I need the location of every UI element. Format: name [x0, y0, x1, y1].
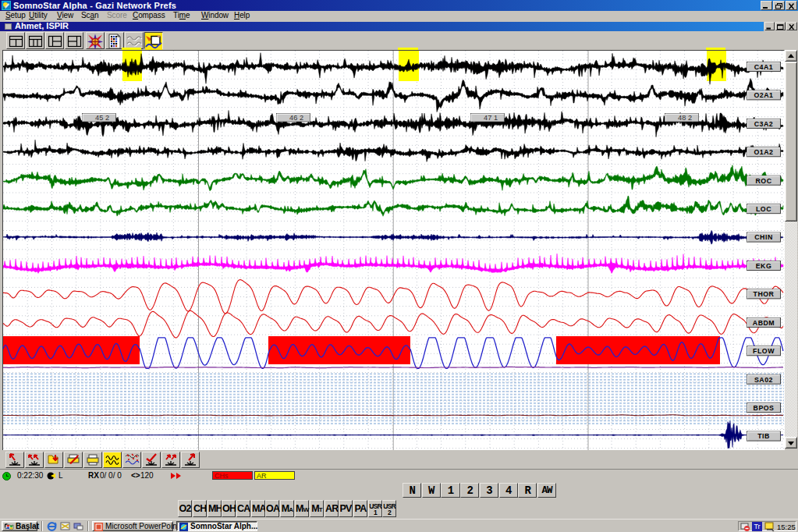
- svg-text:LOC: LOC: [756, 205, 771, 213]
- svg-text:ABDM: ABDM: [753, 319, 775, 327]
- svg-text:48 2: 48 2: [678, 114, 692, 122]
- svg-text:C4A1: C4A1: [754, 63, 774, 71]
- svg-text:O2A1: O2A1: [754, 91, 774, 99]
- svg-text:47 1: 47 1: [484, 114, 498, 122]
- svg-text:TIB: TIB: [757, 432, 770, 440]
- svg-text:EKG: EKG: [756, 262, 772, 270]
- svg-text:THOR: THOR: [754, 290, 775, 298]
- svg-text:46 2: 46 2: [289, 114, 303, 122]
- svg-text:BPOS: BPOS: [754, 404, 775, 412]
- svg-text:FLOW: FLOW: [753, 347, 775, 355]
- svg-text:45 2: 45 2: [95, 114, 109, 122]
- svg-text:CHIN: CHIN: [754, 233, 773, 241]
- svg-text:ROC: ROC: [755, 177, 771, 185]
- svg-text:C3A2: C3A2: [754, 120, 774, 128]
- svg-text:SA02: SA02: [754, 376, 773, 384]
- svg-text:O1A2: O1A2: [754, 148, 774, 156]
